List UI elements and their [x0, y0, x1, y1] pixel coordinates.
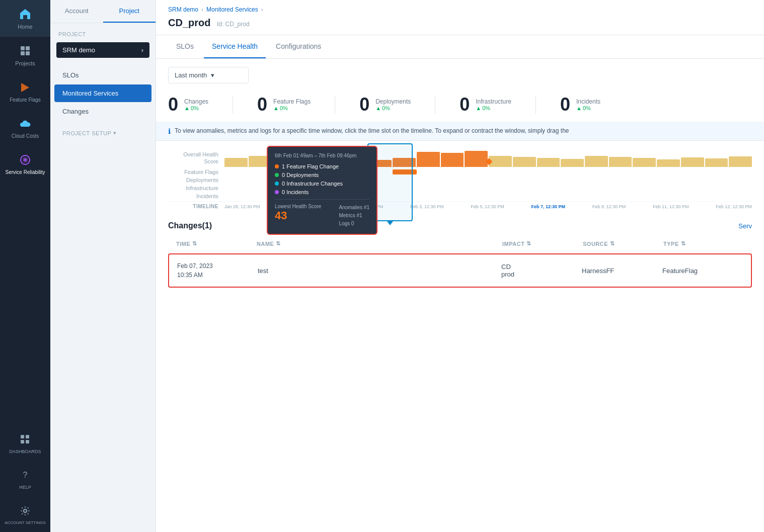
tooltip-ff-text: 1 Feature Flag Change — [282, 163, 339, 169]
col-time[interactable]: TIME ⇅ — [176, 240, 257, 247]
chart-row-ff: Feature Flags — [168, 169, 752, 175]
nav-account-settings-label: ACCOUNT SETTINGS — [5, 520, 46, 525]
nav-projects-label: Projects — [15, 60, 35, 66]
sort-type-icon: ⇅ — [681, 240, 686, 247]
col-impact[interactable]: IMPACT ⇅ — [502, 240, 583, 247]
svg-rect-8 — [21, 435, 24, 438]
svg-rect-2 — [26, 46, 30, 50]
cell-time: Feb 07, 2023 10:35 AM — [177, 261, 258, 280]
stat-changes-arrow: ▲ — [184, 105, 190, 111]
changes-section: Changes(1) Serv TIME ⇅ NAME ⇅ IMPACT ⇅ S… — [156, 213, 764, 532]
chart-row-incidents: Incidents — [168, 193, 752, 199]
help-icon: ? — [18, 468, 32, 482]
tabs-row: SLOs Service Health Configurations — [156, 35, 764, 59]
timeline-label: TIMELINE — [168, 204, 218, 209]
stat-incidents: 0 Incidents ▲ 0% — [560, 96, 600, 114]
sidebar-menu-monitored-services[interactable]: Monitored Services — [54, 84, 151, 102]
tooltip-dot-dep — [275, 173, 279, 177]
tooltip-dot-infra — [275, 182, 279, 186]
stat-changes-label: Changes — [184, 98, 208, 105]
table-row[interactable]: Feb 07, 2023 10:35 AM test CD prod Harne… — [168, 253, 752, 288]
sidebar-tab-project[interactable]: Project — [103, 0, 156, 23]
nav-dashboards[interactable]: DASHBOARDS — [0, 425, 50, 461]
chart-label-dep: Deployments — [168, 177, 218, 183]
stat-feature-flags-label: Feature Flags — [273, 98, 311, 105]
tab-service-health[interactable]: Service Health — [204, 35, 266, 58]
nav-service-reliability[interactable]: Service Reliability — [0, 146, 50, 182]
changes-header: Changes(1) Serv — [168, 221, 752, 230]
tooltip-item-ff: 1 Feature Flag Change — [275, 163, 369, 169]
stat-divider-4 — [536, 96, 536, 114]
time-filter-dropdown[interactable]: Last month ▾ — [168, 67, 249, 83]
nav-feature-flags[interactable]: Feature Flags — [0, 73, 50, 110]
tooltip-item-infra: 0 Infrastructure Changes — [275, 181, 369, 187]
stat-changes: 0 Changes ▲ 0% — [168, 96, 208, 114]
chart-label-ff: Feature Flags — [168, 169, 218, 175]
breadcrumb: SRM demo › Monitored Services › — [156, 0, 764, 15]
nav-cloud-costs-label: Cloud Costs — [12, 133, 39, 139]
changes-title: Changes(1) — [168, 221, 212, 230]
stat-divider-1 — [233, 96, 233, 114]
nav-account-settings[interactable]: ACCOUNT SETTINGS — [0, 497, 50, 532]
changes-right[interactable]: Serv — [738, 222, 752, 230]
nav-home[interactable]: Home — [0, 0, 50, 37]
svg-rect-9 — [26, 435, 29, 438]
tooltip-dot-ff — [275, 164, 279, 168]
chart-rows: Overall Health Score — [168, 149, 752, 199]
tick-8: Feb 12, 12:30 PM — [716, 204, 752, 209]
tooltip-divider — [275, 199, 369, 200]
chart-label-incidents: Incidents — [168, 193, 218, 199]
chart-row-dep: Deployments — [168, 177, 752, 183]
account-settings-icon — [18, 504, 32, 518]
svg-rect-10 — [21, 440, 24, 444]
sidebar-tab-account[interactable]: Account — [50, 0, 103, 23]
project-setup-chevron: ▾ — [113, 130, 117, 136]
sidebar-project-setup[interactable]: PROJECT SETUP ▾ — [54, 125, 151, 141]
info-banner: ℹ To view anomalies, metrics and logs fo… — [156, 122, 764, 141]
col-name[interactable]: NAME ⇅ — [257, 240, 502, 247]
sidebar-menu-slos[interactable]: SLOs — [54, 66, 151, 84]
chart-container[interactable]: 6th Feb 01:49am – 7th Feb 09:46pm 1 Feat… — [156, 141, 764, 213]
tooltip-dot-incidents — [275, 190, 279, 194]
tooltip-dep-text: 0 Deployments — [282, 172, 319, 178]
nav-projects[interactable]: Projects — [0, 37, 50, 73]
stat-feature-flags-number: 0 — [257, 96, 267, 114]
svg-rect-11 — [26, 440, 29, 444]
projects-icon — [18, 44, 32, 58]
sidebar-menu-changes[interactable]: Changes — [54, 103, 151, 120]
svg-marker-0 — [20, 9, 30, 19]
filter-label: Last month — [175, 71, 207, 79]
tab-slos[interactable]: SLOs — [168, 35, 202, 58]
cell-impact: CD prod — [501, 263, 582, 278]
nav-feature-flags-label: Feature Flags — [10, 97, 41, 103]
page-title: CD_prod — [168, 17, 210, 28]
left-navigation: Home Projects Feature Flags Cloud Costs — [0, 0, 50, 532]
stat-infrastructure-label: Infrastructure — [476, 98, 511, 105]
col-source[interactable]: SOURCE ⇅ — [583, 240, 663, 247]
sort-source-icon: ⇅ — [610, 240, 615, 247]
tick-0: Jan 28, 12:30 PM — [224, 204, 260, 209]
nav-help[interactable]: ? HELP — [0, 461, 50, 497]
stat-feature-flags-pct: ▲ 0% — [273, 105, 311, 111]
breadcrumb-srm-demo[interactable]: SRM demo — [168, 6, 198, 13]
tab-configurations[interactable]: Configurations — [268, 35, 329, 58]
stat-feature-flags: 0 Feature Flags ▲ 0% — [257, 96, 311, 114]
tick-5: Feb 7, 12:30 PM — [531, 204, 565, 209]
cell-source: HarnessFF — [582, 267, 662, 275]
dashboards-icon — [18, 432, 32, 447]
col-type[interactable]: TYPE ⇅ — [663, 240, 744, 247]
home-icon — [18, 7, 32, 21]
table-header: TIME ⇅ NAME ⇅ IMPACT ⇅ SOURCE ⇅ TYPE ⇅ — [168, 236, 752, 251]
breadcrumb-monitored-services[interactable]: Monitored Services — [206, 6, 258, 13]
stat-incidents-label: Incidents — [576, 98, 600, 105]
cloud-costs-icon — [18, 117, 32, 131]
svg-rect-3 — [21, 51, 25, 55]
info-icon: ℹ — [168, 127, 171, 135]
stat-incidents-pct: ▲ 0% — [576, 105, 600, 111]
stat-dep-arrow: ▲ — [375, 105, 381, 111]
info-text: To view anomalies, metrics and logs for … — [175, 127, 569, 134]
project-selector[interactable]: SRM demo › — [56, 42, 149, 58]
stat-changes-pct: ▲ 0% — [184, 105, 208, 111]
nav-cloud-costs[interactable]: Cloud Costs — [0, 110, 50, 146]
svg-rect-1 — [21, 46, 25, 50]
